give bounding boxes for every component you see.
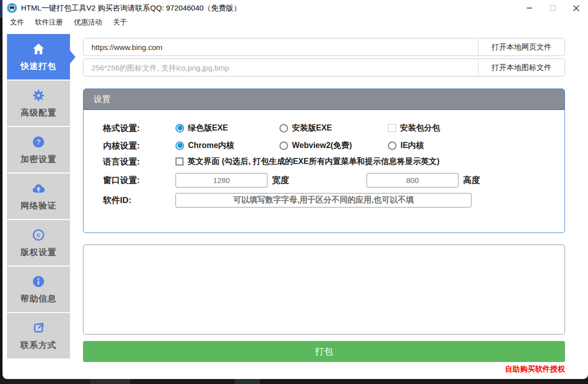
english-ui-checkbox[interactable]	[176, 158, 184, 166]
installer-exe-label[interactable]: 安装版EXE	[292, 123, 332, 134]
icon-file-input[interactable]	[84, 59, 478, 76]
height-unit-label: 高度	[463, 174, 480, 186]
sidebar-item-label: 高级配置	[20, 107, 56, 118]
split-package-checkbox[interactable]	[388, 124, 396, 132]
buy-license-row: 自助购买软件授权	[83, 364, 565, 374]
url-input[interactable]	[84, 38, 478, 56]
sidebar-item-label: 帮助信息	[20, 293, 56, 304]
sidebar-item-encryption[interactable]: ? 加密设置	[7, 127, 70, 172]
sidebar-item-label: 快速打包	[20, 60, 56, 72]
window-title: HTML一键打包工具V2 购买咨询请联系QQ: 972046040（免费版）	[21, 4, 241, 13]
sidebar-item-label: 联系方式	[20, 340, 56, 351]
app-icon	[6, 2, 18, 14]
share-icon	[32, 321, 46, 335]
language-settings-label: 语言设置:	[103, 156, 176, 168]
split-package-label[interactable]: 安装包分包	[400, 123, 440, 134]
webview2-kernel-radio[interactable]	[280, 142, 288, 150]
close-button[interactable]	[564, 0, 588, 16]
app-window: HTML一键打包工具V2 购买咨询请联系QQ: 972046040（免费版） 文…	[2, 0, 588, 379]
window-controls	[518, 0, 588, 16]
sidebar-item-label: 加密设置	[20, 154, 56, 165]
home-icon	[32, 42, 46, 56]
window-width-input[interactable]	[176, 173, 268, 188]
english-ui-label[interactable]: 英文界面 (勾选后, 打包生成的EXE所有内置菜单和提示信息将显示英文)	[188, 156, 440, 167]
maximize-button[interactable]	[541, 0, 564, 16]
chrome-kernel-radio[interactable]	[176, 142, 184, 150]
info-circle-icon	[32, 274, 46, 288]
kernel-settings-label: 内核设置:	[103, 140, 176, 152]
sidebar-item-advanced-config[interactable]: 高级配置	[7, 80, 70, 126]
language-settings-row: 语言设置: 英文界面 (勾选后, 打包生成的EXE所有内置菜单和提示信息将显示英…	[84, 156, 564, 167]
sidebar-item-label: 版权设置	[20, 246, 56, 258]
icon-input-group: 打开本地图标文件	[83, 58, 565, 76]
settings-panel: 设置 格式设置: 绿色版EXE 安装版EXE 安装包分包	[83, 88, 565, 233]
menu-item-register[interactable]: 软件注册	[30, 16, 68, 28]
log-output[interactable]	[83, 244, 565, 334]
sidebar-item-label: 网络验证	[20, 200, 56, 212]
svg-text:c: c	[36, 231, 40, 238]
taskbar-sliver	[0, 378, 588, 384]
pack-button[interactable]: 打包	[83, 341, 565, 362]
copyright-icon: c	[32, 228, 46, 242]
svg-text:?: ?	[36, 138, 40, 146]
menubar: 文件 软件注册 优惠活动 关于	[2, 16, 588, 29]
sidebar-item-help[interactable]: 帮助信息	[7, 266, 70, 312]
app-id-label: 软件ID:	[103, 194, 176, 206]
green-exe-label[interactable]: 绿色版EXE	[188, 123, 228, 134]
width-unit-label: 宽度	[272, 174, 289, 186]
window-height-input[interactable]	[366, 173, 458, 188]
sidebar: 快速打包 高级配置	[7, 34, 70, 360]
app-id-row: 软件ID:	[84, 192, 564, 208]
buy-license-link[interactable]: 自助购买软件授权	[505, 364, 565, 373]
menu-item-file[interactable]: 文件	[4, 16, 30, 28]
sidebar-item-contact[interactable]: 联系方式	[7, 313, 70, 358]
ie-kernel-label[interactable]: IE内核	[400, 140, 424, 151]
minimize-button[interactable]	[518, 0, 541, 16]
kernel-settings-row: 内核设置: Chrome内核 Webview2(免费) IE内核	[84, 140, 564, 151]
format-settings-row: 格式设置: 绿色版EXE 安装版EXE 安装包分包	[84, 122, 564, 134]
url-input-group: 打开本地网页文件	[83, 38, 565, 56]
app-id-input[interactable]	[176, 193, 472, 208]
open-local-web-file-button[interactable]: 打开本地网页文件	[478, 38, 564, 56]
menu-item-promotions[interactable]: 优惠活动	[68, 16, 108, 28]
cloud-upload-icon	[32, 182, 46, 196]
main-content: 打开本地网页文件 打开本地图标文件 设置 格式设置: 绿色版EXE 安装版EXE	[83, 38, 565, 374]
chrome-kernel-label[interactable]: Chrome内核	[188, 140, 234, 151]
installer-exe-radio[interactable]	[280, 124, 288, 132]
green-exe-radio[interactable]	[176, 124, 184, 132]
open-local-icon-file-button[interactable]: 打开本地图标文件	[478, 59, 564, 76]
sidebar-item-copyright[interactable]: c 版权设置	[7, 220, 70, 266]
format-settings-label: 格式设置:	[103, 122, 176, 134]
ie-kernel-radio[interactable]	[388, 142, 396, 150]
titlebar: HTML一键打包工具V2 购买咨询请联系QQ: 972046040（免费版）	[2, 0, 588, 16]
settings-panel-body: 格式设置: 绿色版EXE 安装版EXE 安装包分包 内核设置	[84, 122, 564, 232]
gear-icon	[32, 88, 46, 102]
question-circle-icon: ?	[32, 135, 46, 149]
settings-panel-title: 设置	[84, 89, 564, 110]
sidebar-item-quick-pack[interactable]: 快速打包	[7, 34, 70, 80]
window-size-label: 窗口设置:	[103, 174, 176, 186]
menu-item-about[interactable]: 关于	[108, 16, 132, 28]
window-size-row: 窗口设置: 宽度 高度	[84, 172, 564, 188]
sidebar-item-network-verify[interactable]: 网络验证	[7, 174, 70, 219]
webview2-kernel-label[interactable]: Webview2(免费)	[292, 140, 352, 151]
